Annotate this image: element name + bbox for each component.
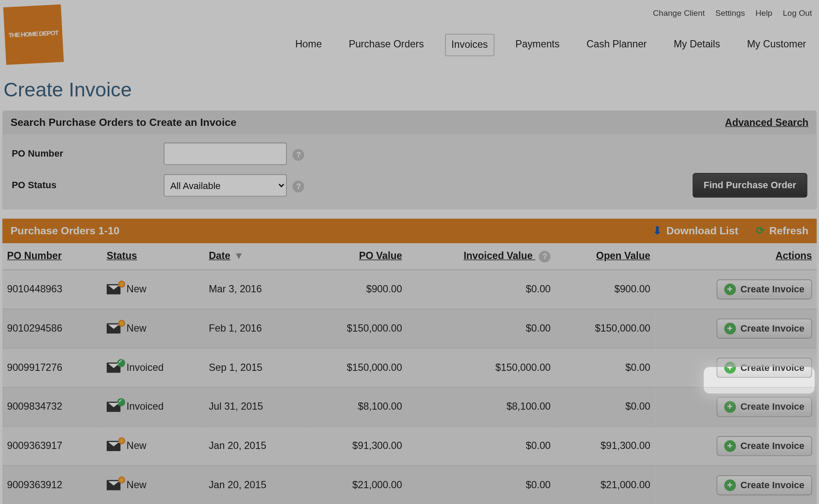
download-list-link[interactable]: ⬇ Download List	[653, 224, 738, 237]
cell-po-value: $8,100.00	[307, 387, 407, 426]
advanced-search-link[interactable]: Advanced Search	[725, 117, 808, 128]
cell-po-number[interactable]: 9009917276	[2, 348, 102, 387]
table-row: 9009917276InvoicedSep 1, 2015$150,000.00…	[2, 348, 816, 387]
create-invoice-button[interactable]: +Create Invoice	[717, 436, 812, 456]
purchase-orders-table: PO Number Status Date▼ PO Value Invoiced…	[2, 243, 816, 504]
cell-open-value: $0.00	[556, 387, 655, 426]
table-row: 9009363917NewJan 20, 2015$91,300.00$0.00…	[2, 426, 816, 466]
cell-open-value: $150,000.00	[556, 309, 655, 348]
help-icon[interactable]: ?	[293, 149, 304, 160]
download-list-label: Download List	[666, 225, 738, 237]
refresh-link[interactable]: ⟳ Refresh	[756, 224, 808, 237]
plus-icon: +	[724, 401, 736, 412]
link-change-client[interactable]: Change Client	[653, 8, 705, 17]
cell-open-value: $21,000.00	[556, 466, 655, 504]
envelope-icon	[107, 440, 121, 451]
table-row: 9009834732InvoicedJul 31, 2015$8,100.00$…	[2, 387, 816, 426]
cell-open-value: $900.00	[556, 270, 655, 309]
po-status-select[interactable]: All Available	[164, 174, 287, 196]
plus-icon: +	[724, 479, 736, 491]
cell-po-number[interactable]: 9009363912	[2, 466, 102, 504]
plus-icon: +	[724, 283, 736, 295]
cell-actions: +Create Invoice	[655, 309, 817, 348]
col-open-value[interactable]: Open Value	[556, 243, 655, 270]
brand-logo: THE HOME DEPOT	[3, 4, 64, 64]
envelope-icon	[107, 480, 121, 490]
cell-date: Feb 1, 2016	[204, 309, 307, 348]
cell-po-number[interactable]: 9009363917	[2, 426, 102, 466]
main-nav: Home Purchase Orders Invoices Payments C…	[0, 17, 819, 74]
cell-actions: +Create Invoice	[655, 348, 817, 387]
cell-open-value: $91,300.00	[556, 426, 655, 466]
cell-po-number[interactable]: 9010294586	[2, 309, 102, 348]
cell-invoiced-value: $0.00	[407, 309, 556, 348]
find-purchase-order-button[interactable]: Find Purchase Order	[693, 173, 807, 198]
utility-nav: Change Client Settings Help Log Out	[0, 0, 819, 17]
cell-po-number[interactable]: 9010448963	[2, 270, 102, 309]
cell-actions: +Create Invoice	[655, 387, 817, 426]
search-panel: Search Purchase Orders to Create an Invo…	[2, 111, 816, 210]
cell-invoiced-value: $8,100.00	[407, 387, 556, 426]
cell-date: Jan 20, 2015	[204, 466, 307, 504]
po-number-input[interactable]	[164, 143, 287, 165]
envelope-icon	[107, 402, 121, 412]
create-invoice-button[interactable]: +Create Invoice	[717, 279, 812, 299]
nav-my-details[interactable]: My Details	[668, 34, 726, 56]
cell-status: New	[102, 466, 204, 504]
help-icon[interactable]: ?	[293, 181, 304, 192]
envelope-icon	[107, 284, 121, 294]
col-actions: Actions	[655, 243, 817, 270]
nav-invoices[interactable]: Invoices	[445, 34, 494, 56]
col-invoiced-value[interactable]: Invoiced Value ?	[407, 243, 556, 270]
col-status[interactable]: Status	[102, 243, 204, 270]
refresh-label: Refresh	[769, 225, 809, 237]
create-invoice-button[interactable]: +Create Invoice	[717, 318, 812, 338]
link-settings[interactable]: Settings	[715, 8, 745, 17]
cell-status: New	[102, 270, 204, 309]
cell-actions: +Create Invoice	[655, 426, 817, 466]
create-invoice-button[interactable]: +Create Invoice	[717, 397, 812, 417]
envelope-icon	[107, 362, 121, 373]
col-po-value[interactable]: PO Value	[307, 243, 407, 270]
nav-cash-planner[interactable]: Cash Planner	[581, 34, 653, 56]
download-icon: ⬇	[653, 224, 662, 237]
plus-icon: +	[724, 361, 736, 373]
cell-po-value: $21,000.00	[307, 466, 407, 504]
envelope-icon	[107, 323, 121, 334]
col-date[interactable]: Date▼	[204, 243, 307, 270]
cell-po-number[interactable]: 9009834732	[2, 387, 102, 426]
cell-invoiced-value: $0.00	[407, 426, 556, 466]
cell-date: Mar 3, 2016	[204, 270, 307, 309]
cell-po-value: $150,000.00	[307, 348, 407, 387]
cell-invoiced-value: $0.00	[407, 466, 556, 504]
cell-po-value: $91,300.00	[307, 426, 407, 466]
cell-actions: +Create Invoice	[655, 270, 817, 309]
nav-my-customer[interactable]: My Customer	[741, 34, 812, 56]
sort-desc-icon: ▼	[234, 251, 244, 262]
create-invoice-button[interactable]: +Create Invoice	[717, 475, 812, 495]
cell-invoiced-value: $0.00	[407, 270, 556, 309]
nav-purchase-orders[interactable]: Purchase Orders	[343, 34, 430, 56]
search-heading: Search Purchase Orders to Create an Invo…	[11, 117, 237, 129]
table-row: 9010448963NewMar 3, 2016$900.00$0.00$900…	[2, 270, 816, 309]
po-number-label: PO Number	[12, 149, 164, 159]
link-help[interactable]: Help	[755, 8, 772, 17]
po-status-label: PO Status	[12, 180, 164, 191]
cell-status: New	[102, 426, 204, 466]
col-po-number[interactable]: PO Number	[2, 243, 102, 270]
cell-actions: +Create Invoice	[655, 466, 817, 504]
table-row: 9010294586NewFeb 1, 2016$150,000.00$0.00…	[2, 309, 816, 348]
cell-status: New	[102, 309, 204, 348]
table-row: 9009363912NewJan 20, 2015$21,000.00$0.00…	[2, 466, 816, 504]
cell-status: Invoiced	[102, 348, 204, 387]
cell-status: Invoiced	[102, 387, 204, 426]
refresh-icon: ⟳	[756, 224, 765, 237]
brand-logo-text: THE HOME DEPOT	[9, 30, 58, 39]
create-invoice-button[interactable]: +Create Invoice	[717, 358, 812, 378]
nav-home[interactable]: Home	[290, 34, 328, 56]
nav-payments[interactable]: Payments	[509, 34, 565, 56]
help-icon[interactable]: ?	[539, 251, 550, 262]
plus-icon: +	[724, 323, 736, 334]
link-logout[interactable]: Log Out	[783, 8, 812, 17]
cell-date: Jul 31, 2015	[204, 387, 307, 426]
